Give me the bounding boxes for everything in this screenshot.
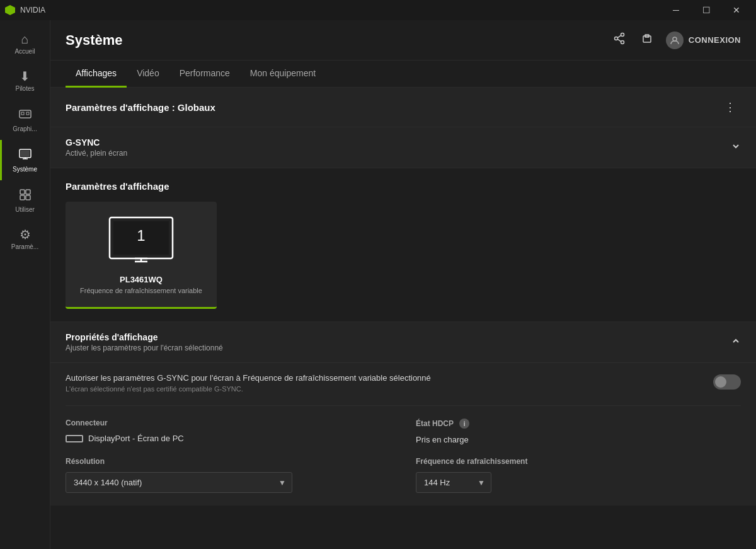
frequency-label: Fréquence de rafraîchissement	[416, 457, 741, 466]
chevron-up-icon	[731, 336, 741, 349]
display-settings-title: Paramètres d'affichage	[66, 181, 741, 192]
svg-point-13	[614, 37, 617, 40]
sidebar-label-pilotes: Pilotes	[15, 85, 34, 92]
properties-subtitle: Ajuster les paramètres pour l'écran séle…	[66, 344, 223, 352]
connector-group: Connecteur DisplayPort - Écran de PC	[66, 419, 391, 444]
display-settings-section: Paramètres d'affichage 1	[50, 168, 756, 321]
share-button[interactable]	[610, 30, 628, 50]
monitor-description: Fréquence de rafraîchissement variable	[80, 287, 202, 294]
global-section-title: Paramètres d'affichage : Globaux	[66, 102, 215, 113]
gsync-section: G-SYNC Activé, plein écran	[50, 127, 756, 168]
resolution-group: Résolution 3440 x 1440 (natif) 2560 x 14…	[66, 457, 391, 493]
info-icon[interactable]: i	[459, 419, 469, 429]
resolution-select[interactable]: 3440 x 1440 (natif) 2560 x 1440 1920 x 1…	[66, 472, 292, 493]
svg-rect-8	[26, 190, 30, 194]
close-button[interactable]: ✕	[722, 0, 751, 20]
connector-value: DisplayPort - Écran de PC	[66, 434, 391, 443]
svg-rect-10	[26, 195, 30, 200]
notification-button[interactable]	[638, 30, 656, 50]
svg-line-14	[617, 35, 621, 38]
page-title: Système	[66, 32, 123, 49]
chevron-down-icon	[731, 141, 741, 154]
svg-rect-1	[21, 112, 24, 115]
svg-rect-7	[20, 190, 25, 194]
main-scroll[interactable]: Paramètres d'affichage : Globaux ⋮ G-SYN…	[50, 88, 756, 549]
sidebar: ⌂ Accueil ⬇ Pilotes Graphi...	[0, 20, 50, 549]
tab-affichages[interactable]: Affichages	[66, 61, 127, 88]
connector-label: Connecteur	[66, 419, 391, 427]
tab-video[interactable]: Vidéo	[127, 61, 169, 88]
hdcp-group: État HDCP i Pris en charge	[416, 419, 741, 444]
svg-point-11	[621, 33, 624, 37]
title-bar-app-name: NVIDIA	[20, 6, 45, 14]
gsync-title: G-SYNC	[66, 137, 127, 147]
minimize-button[interactable]: ─	[662, 0, 690, 20]
connexion-label: CONNEXION	[689, 35, 741, 45]
svg-point-12	[621, 41, 624, 44]
app-body: ⌂ Accueil ⬇ Pilotes Graphi...	[0, 20, 756, 549]
gsync-toggle-row: Autoriser les paramètres G-SYNC pour l'é…	[66, 373, 741, 406]
global-section-header: Paramètres d'affichage : Globaux ⋮	[50, 88, 756, 127]
properties-header[interactable]: Propriétés d'affichage Ajuster les param…	[50, 322, 756, 362]
sidebar-item-accueil[interactable]: ⌂ Accueil	[0, 25, 50, 62]
monitor-name: PL3461WQ	[120, 275, 163, 284]
sidebar-item-parametres[interactable]: ⚙ Paramè...	[0, 221, 50, 258]
tab-mon-equipement[interactable]: Mon équipement	[240, 61, 326, 88]
monitor-card[interactable]: 1 PL3461WQ Fréquence de rafraîchissement…	[66, 202, 217, 309]
top-bar-actions: CONNEXION	[610, 30, 741, 50]
svg-rect-2	[26, 112, 29, 115]
sidebar-item-systeme[interactable]: Système	[0, 140, 50, 180]
utiliser-icon	[18, 188, 32, 204]
gsync-info: G-SYNC Activé, plein écran	[66, 137, 127, 158]
tab-performance[interactable]: Performance	[169, 61, 240, 88]
connexion-button[interactable]: CONNEXION	[666, 32, 741, 49]
gsync-toggle-text: Autoriser les paramètres G-SYNC pour l'é…	[66, 373, 431, 393]
toggle-thumb	[715, 376, 726, 388]
gear-icon: ⚙	[20, 228, 31, 241]
home-icon: ⌂	[21, 33, 28, 45]
svg-point-18	[673, 37, 677, 41]
properties-title: Propriétés d'affichage	[66, 332, 223, 342]
gsync-toggle-switch[interactable]	[713, 374, 741, 390]
properties-section: Propriétés d'affichage Ajuster les param…	[50, 321, 756, 506]
systeme-icon	[18, 147, 32, 163]
gsync-header[interactable]: G-SYNC Activé, plein écran	[50, 127, 756, 168]
gsync-toggle-label: Autoriser les paramètres G-SYNC pour l'é…	[66, 373, 431, 383]
title-bar-controls: ─ ☐ ✕	[662, 0, 751, 20]
content-area: Système	[50, 20, 756, 549]
gsync-toggle-sublabel: L'écran sélectionné n'est pas certifié c…	[66, 385, 431, 393]
svg-rect-4	[21, 151, 30, 156]
frequency-select-wrapper: 144 Hz 120 Hz 60 Hz ▼	[416, 472, 491, 493]
sidebar-item-graphique[interactable]: Graphi...	[0, 100, 50, 140]
sidebar-label-accueil: Accueil	[14, 48, 35, 55]
maximize-button[interactable]: ☐	[692, 0, 721, 20]
hdcp-label: État HDCP i	[416, 419, 741, 429]
svg-text:1: 1	[137, 227, 145, 244]
properties-title-group: Propriétés d'affichage Ajuster les param…	[66, 332, 223, 352]
title-bar-left: NVIDIA	[5, 5, 45, 15]
monitor-cards: 1 PL3461WQ Fréquence de rafraîchissement…	[66, 202, 741, 309]
user-avatar	[666, 32, 684, 49]
displayport-icon	[66, 435, 83, 442]
more-options-button[interactable]: ⋮	[719, 98, 741, 117]
gsync-subtitle: Activé, plein écran	[66, 149, 127, 158]
svg-line-15	[617, 39, 621, 42]
properties-body: Autoriser les paramètres G-SYNC pour l'é…	[50, 362, 756, 506]
download-icon: ⬇	[20, 70, 30, 83]
sidebar-item-utiliser[interactable]: Utiliser	[0, 180, 50, 221]
title-bar: NVIDIA ─ ☐ ✕	[0, 0, 756, 20]
props-grid: Connecteur DisplayPort - Écran de PC Éta…	[66, 419, 741, 493]
tabs-bar: Affichages Vidéo Performance Mon équipem…	[50, 61, 756, 88]
resolution-label: Résolution	[66, 457, 391, 466]
sidebar-label-utiliser: Utiliser	[15, 206, 35, 213]
hdcp-value: Pris en charge	[416, 435, 741, 444]
top-bar: Système	[50, 20, 756, 61]
monitor-icon: 1	[103, 214, 179, 267]
frequency-select[interactable]: 144 Hz 120 Hz 60 Hz	[416, 472, 491, 493]
svg-rect-9	[20, 195, 25, 200]
graphics-icon	[18, 107, 32, 123]
sidebar-label-systeme: Système	[13, 166, 37, 173]
nvidia-logo-icon	[5, 5, 15, 15]
sidebar-item-pilotes[interactable]: ⬇ Pilotes	[0, 62, 50, 100]
sidebar-label-parametres: Paramè...	[11, 243, 38, 250]
